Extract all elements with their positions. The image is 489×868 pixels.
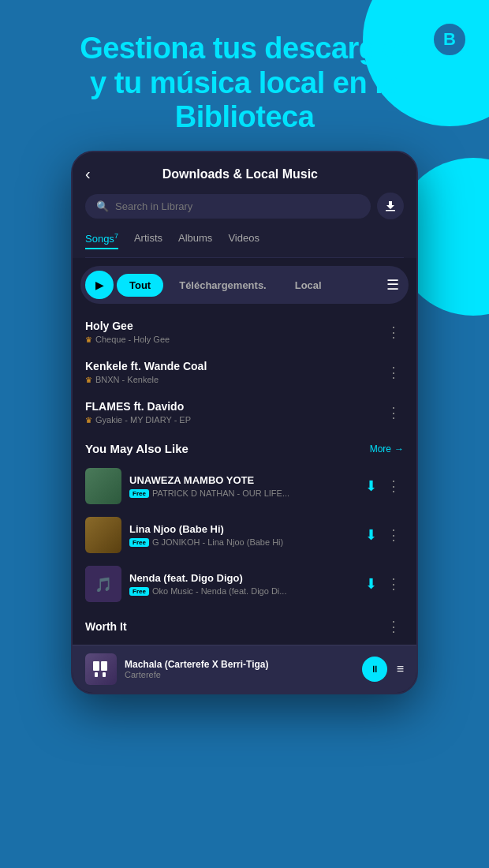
now-playing-title: Machala (Carterefe X Berri-Tiga) — [125, 659, 354, 670]
search-placeholder: Search in Library — [115, 200, 192, 212]
tab-artists[interactable]: Artists — [134, 232, 162, 249]
rec-thumb-1 — [85, 468, 121, 504]
rec-item-1: UNAWEZA MAMBO YOTE Free PATRICK D NATHAN… — [73, 462, 416, 511]
play-all-button[interactable]: ▶ — [85, 271, 114, 299]
rec-info-1: UNAWEZA MAMBO YOTE Free PATRICK D NATHAN… — [129, 474, 357, 498]
filter-telechargements[interactable]: Téléchargements. — [166, 274, 279, 297]
section-you-may-title: You May Also Like — [85, 442, 189, 455]
back-button[interactable]: ‹ — [85, 165, 91, 183]
phone-nav: ‹ Downloads & Local Music — [85, 165, 404, 183]
free-badge-3: Free — [129, 587, 149, 596]
song-item-2: Kenkele ft. Wande Coal ♛ BNXN - Kenkele … — [73, 352, 416, 392]
svg-text:🎵: 🎵 — [95, 576, 113, 593]
song-sub-3: ♛ Gyakie - MY DIARY - EP — [85, 415, 191, 425]
now-playing-bar: Machala (Carterefe X Berri-Tiga) Cartere… — [73, 645, 416, 693]
song-info-3: FLAMES ft. Davido ♛ Gyakie - MY DIARY - … — [85, 400, 191, 425]
free-badge-1: Free — [129, 489, 149, 498]
search-row: 🔍 Search in Library — [85, 193, 404, 219]
rec-title-2: Lina Njoo (Babe Hi) — [129, 523, 357, 535]
headline-line1: Gestiona tus descargas — [80, 32, 409, 65]
phone-header: ‹ Downloads & Local Music 🔍 Search in Li… — [73, 152, 416, 258]
song-list: Holy Gee ♛ Cheque - Holy Gee ⋮ Kenkele f… — [73, 312, 416, 645]
rec-thumb-3: 🎵 — [85, 566, 121, 602]
download-icon-3[interactable]: ⬇ — [365, 575, 377, 593]
svg-rect-6 — [103, 672, 106, 677]
rec-sub-2: Free G JONIKOH - Lina Njoo (Babe Hi) — [129, 537, 357, 547]
download-icon-1[interactable]: ⬇ — [365, 477, 377, 495]
logo-letter: B — [443, 29, 456, 50]
song-more-3[interactable]: ⋮ — [383, 404, 404, 421]
list-view-icon[interactable]: ☰ — [386, 276, 404, 294]
rec-actions-2: ⬇ ⋮ — [365, 526, 404, 544]
logo-badge: B — [432, 22, 467, 57]
song-title-1: Holy Gee — [85, 320, 170, 332]
now-playing-thumb — [85, 653, 117, 685]
filter-local[interactable]: Local — [282, 274, 334, 297]
svg-rect-4 — [101, 661, 107, 671]
search-icon: 🔍 — [96, 200, 109, 212]
crown-icon-1: ♛ — [85, 335, 92, 344]
svg-rect-0 — [386, 210, 395, 211]
song-title-2: Kenkele ft. Wande Coal — [85, 360, 207, 372]
tabs-row: Songs7 Artists Albums Videos — [85, 227, 404, 258]
filter-bar: ▶ Tout Téléchargements. Local ☰ — [80, 266, 409, 304]
now-playing-info: Machala (Carterefe X Berri-Tiga) Cartere… — [125, 659, 354, 679]
song-info-1: Holy Gee ♛ Cheque - Holy Gee — [85, 320, 170, 344]
worth-more[interactable]: ⋮ — [383, 618, 404, 635]
rec-title-3: Nenda (feat. Digo Digo) — [129, 572, 357, 584]
song-sub-2: ♛ BNXN - Kenkele — [85, 375, 207, 384]
svg-rect-5 — [95, 672, 98, 677]
tab-albums[interactable]: Albums — [178, 232, 212, 249]
rec-actions-3: ⬇ ⋮ — [365, 575, 404, 593]
rec-sub-1: Free PATRICK D NATHAN - OUR LIFE... — [129, 488, 357, 498]
phone-mockup: ‹ Downloads & Local Music 🔍 Search in Li… — [71, 151, 418, 694]
worth-item: Worth It ⋮ — [73, 608, 416, 645]
pause-button[interactable]: ⏸ — [362, 657, 387, 682]
svg-rect-3 — [93, 661, 99, 671]
rec-sub-3: Free Oko Music - Nenda (feat. Digo Di... — [129, 586, 357, 596]
now-playing-controls: ⏸ ≡ — [362, 657, 404, 682]
headline-line3: Biblioteca — [175, 100, 315, 133]
tab-songs[interactable]: Songs7 — [85, 232, 118, 249]
song-item-1: Holy Gee ♛ Cheque - Holy Gee ⋮ — [73, 312, 416, 352]
rec-more-1[interactable]: ⋮ — [383, 477, 404, 495]
rec-more-3[interactable]: ⋮ — [383, 575, 404, 593]
song-sub-1: ♛ Cheque - Holy Gee — [85, 335, 170, 344]
song-title-3: FLAMES ft. Davido — [85, 400, 191, 413]
search-bar[interactable]: 🔍 Search in Library — [85, 194, 371, 219]
rec-item-2: Lina Njoo (Babe Hi) Free G JONIKOH - Lin… — [73, 511, 416, 559]
arrow-right-icon: → — [394, 443, 404, 455]
headline-line2: y tu música local en la — [90, 66, 399, 99]
crown-icon-3: ♛ — [85, 416, 92, 425]
worth-title: Worth It — [85, 620, 127, 633]
rec-actions-1: ⬇ ⋮ — [365, 477, 404, 495]
download-icon-2[interactable]: ⬇ — [365, 526, 377, 544]
song-info-2: Kenkele ft. Wande Coal ♛ BNXN - Kenkele — [85, 360, 207, 384]
rec-item-3: 🎵 Nenda (feat. Digo Digo) Free Oko Music… — [73, 559, 416, 608]
filter-tout[interactable]: Tout — [117, 274, 163, 297]
download-header-button[interactable] — [377, 193, 404, 219]
more-link[interactable]: More → — [370, 443, 404, 455]
song-more-2[interactable]: ⋮ — [383, 364, 404, 381]
rec-info-2: Lina Njoo (Babe Hi) Free G JONIKOH - Lin… — [129, 523, 357, 547]
queue-icon[interactable]: ≡ — [397, 662, 404, 676]
song-item-3: FLAMES ft. Davido ♛ Gyakie - MY DIARY - … — [73, 392, 416, 432]
rec-thumb-2 — [85, 517, 121, 553]
section-you-may-header: You May Also Like More → — [73, 432, 416, 462]
rec-info-3: Nenda (feat. Digo Digo) Free Oko Music -… — [129, 572, 357, 596]
hero-header: Gestiona tus descargas y tu música local… — [0, 0, 489, 151]
screen-title: Downloads & Local Music — [100, 167, 380, 181]
free-badge-2: Free — [129, 538, 149, 547]
song-more-1[interactable]: ⋮ — [383, 324, 404, 341]
crown-icon-2: ♛ — [85, 376, 92, 384]
tab-videos[interactable]: Videos — [228, 232, 259, 249]
rec-more-2[interactable]: ⋮ — [383, 526, 404, 544]
now-playing-artist: Carterefe — [125, 670, 354, 679]
rec-title-1: UNAWEZA MAMBO YOTE — [129, 474, 357, 486]
